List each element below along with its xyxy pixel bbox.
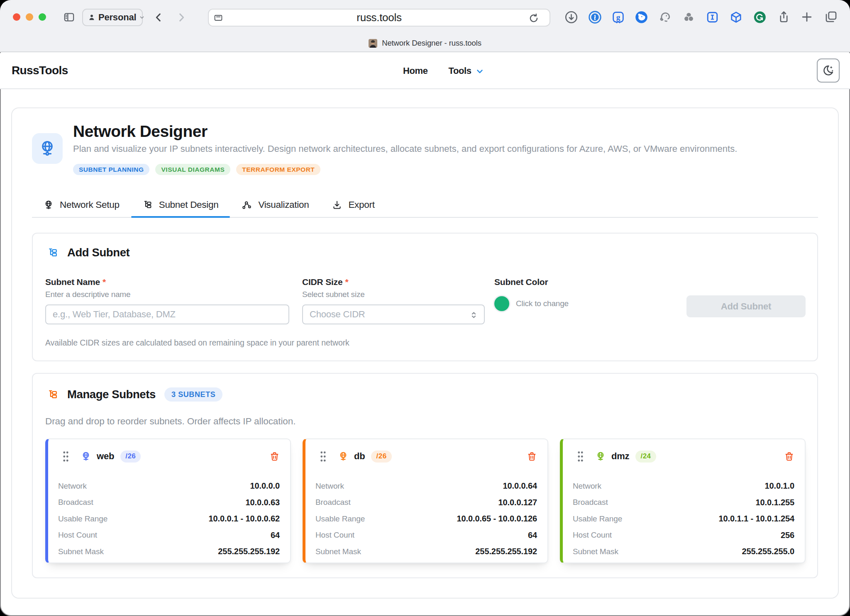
tool-card: Network Designer Plan and visualize your… [11,107,839,599]
page-description: Plan and visualize your IP subnets inter… [73,143,737,155]
drag-handle-icon[interactable] [577,451,584,462]
subnet-row-host-count: Host Count64 [315,527,537,544]
network-globe-icon [81,451,91,462]
subnet-row-broadcast: Broadcast10.0.0.127 [315,494,537,511]
cidr-badge: /24 [635,450,656,463]
bear-extension-icon[interactable] [635,10,648,24]
tab-visualization[interactable]: Visualization [230,200,320,217]
new-tab-icon[interactable] [800,10,813,24]
profile-label: Personal [98,12,136,23]
subnet-card-db: db /26 Network10.0.0.64 Broadcast10.0.0.… [303,438,548,563]
drag-handle-icon[interactable] [63,451,69,462]
url-text[interactable]: russ.tools [209,10,550,26]
add-subnet-section: Add Subnet Subnet Name* Enter a descript… [32,233,818,361]
moon-stars-icon [822,64,835,77]
selector-icon [469,310,479,323]
subnet-row-broadcast: Broadcast10.0.1.255 [573,494,794,511]
instapaper-extension-icon[interactable] [706,10,719,24]
subnet-row-network: Network10.0.0.64 [315,478,537,494]
nav-home[interactable]: Home [403,66,428,76]
network-globe-icon [39,140,56,157]
subnet-row-network: Network10.0.1.0 [573,478,794,494]
back-icon[interactable] [153,12,164,23]
delete-subnet-icon[interactable] [269,451,280,462]
tool-tabs: Network Setup Subnet Design Visualizatio… [32,200,818,218]
tool-hero: Network Designer Plan and visualize your… [32,122,818,175]
subnet-name-input[interactable] [45,304,289,324]
subnet-name-hint: Enter a descriptive name [45,290,289,299]
elephant-extension-icon[interactable] [658,10,673,24]
network-globe-icon [596,451,606,462]
subnet-card-web: web /26 Network10.0.0.0 Broadcast10.0.0.… [45,438,291,563]
minimize-window-button[interactable] [26,13,33,21]
onepassword-extension-icon[interactable] [588,10,602,24]
close-window-button[interactable] [13,13,20,21]
required-asterisk: * [103,277,106,287]
sidebar-icon[interactable] [63,11,75,23]
window-controls [13,13,46,21]
tree-icon [143,200,153,210]
subnet-name: web [97,451,114,462]
subnet-row-broadcast: Broadcast10.0.0.63 [58,494,280,511]
subnet-card-list: web /26 Network10.0.0.0 Broadcast10.0.0.… [45,438,806,563]
subnet-row-usable-range: Usable Range10.0.1.1 - 10.0.1.254 [573,511,794,527]
chevron-down-icon [475,67,484,76]
share-icon[interactable] [777,10,791,24]
zoom-window-button[interactable] [39,13,46,21]
subnet-row-subnet-mask: Subnet Mask255.255.255.0 [573,543,794,560]
subnet-row-usable-range: Usable Range10.0.0.65 - 10.0.0.126 [315,511,537,527]
tab-subnet-design[interactable]: Subnet Design [131,200,230,217]
download-icon [332,200,342,210]
grammarly-extension-icon[interactable] [753,10,767,24]
delete-subnet-icon[interactable] [527,451,537,462]
tab-overview-icon[interactable] [824,10,838,24]
active-tab[interactable]: Network Designer - russ.tools [0,36,850,51]
subnet-name: dmz [611,451,629,462]
downloads-icon[interactable] [564,10,578,24]
cidr-size-label: CIDR Size* [302,277,485,287]
subnet-row-subnet-mask: Subnet Mask255.255.255.192 [58,543,280,560]
tree-icon [47,247,59,258]
badge-visual-diagrams: VISUAL DIAGRAMS [155,164,230,175]
network-globe-icon [44,200,54,210]
cidr-select[interactable]: Choose CIDR [302,304,485,324]
theme-toggle-button[interactable] [817,58,840,83]
subnet-name: db [354,451,365,462]
subnet-row-usable-range: Usable Range10.0.0.1 - 10.0.0.62 [58,511,280,527]
reload-icon[interactable] [528,12,540,24]
badge-subnet-planning: SUBNET PLANNING [73,164,149,175]
address-bar[interactable]: russ.tools [208,9,550,27]
tab-favicon [369,39,377,48]
add-subnet-button[interactable]: Add Subnet [686,295,806,317]
subnet-name-label: Subnet Name* [45,277,289,287]
cube-extension-icon[interactable] [729,10,743,24]
network-globe-icon [338,451,348,462]
badge-terraform-export: TERRAFORM EXPORT [236,164,320,175]
section-title: Add Subnet [67,246,129,259]
subnet-card-dmz: dmz /24 Network10.0.1.0 Broadcast10.0.1.… [560,438,806,563]
forward-icon[interactable] [176,12,187,23]
tab-network-setup[interactable]: Network Setup [32,200,131,217]
color-swatch[interactable] [494,296,509,311]
color-swatch-hint: Click to change [516,299,569,308]
feature-badges: SUBNET PLANNING VISUAL DIAGRAMS TERRAFOR… [73,164,737,175]
manage-subnets-section: Manage Subnets 3 SUBNETS Drag and drop t… [32,373,818,578]
main-nav: Home Tools [403,53,484,88]
drag-handle-icon[interactable] [320,451,326,462]
profile-button[interactable]: Personal [82,9,143,26]
subnet-color-label: Subnet Color [494,277,569,287]
browser-toolbar: Personal russ.tools [0,0,850,52]
clover-extension-icon[interactable] [682,10,696,24]
subnet-count-badge: 3 SUBNETS [164,387,222,402]
brand-logo[interactable]: RussTools [12,64,68,77]
subnet-row-network: Network10.0.0.0 [58,478,280,494]
ghostery-extension-icon[interactable] [611,10,625,24]
delete-subnet-icon[interactable] [784,451,794,462]
nav-tools[interactable]: Tools [449,66,484,76]
tool-icon-tile [32,133,63,164]
tab-export[interactable]: Export [320,200,386,217]
page-title: Network Designer [73,122,737,141]
nodes-icon [242,200,252,210]
browser-window: Personal russ.tools [0,0,850,616]
tree-icon [47,389,59,400]
